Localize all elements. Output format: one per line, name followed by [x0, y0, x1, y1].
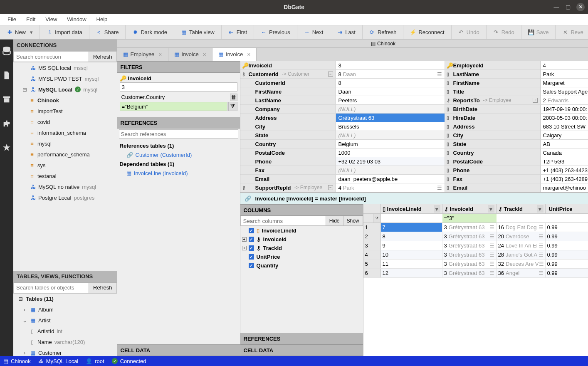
database-item[interactable]: ≡Chinook — [13, 95, 117, 106]
detail-value[interactable]: Park — [541, 70, 588, 78]
detail-row[interactable]: LastNamePeeters — [240, 96, 445, 105]
detail-value[interactable]: Belgium — [336, 140, 445, 148]
editor-tab[interactable]: ▦Invoice× — [212, 48, 257, 61]
detail-value[interactable]: 1947-09-19 00:00: — [541, 105, 588, 113]
detail-row[interactable]: ▯Fax+1 (403) 263-4289 — [445, 175, 588, 183]
undo-button[interactable]: ↶Undo — [452, 25, 487, 39]
objects-refresh-button[interactable]: Refresh — [89, 282, 117, 293]
grid-cell[interactable]: 24Love In An El☰ — [497, 241, 546, 250]
grid-cell[interactable]: 3Grétrystraat 63☰ — [442, 232, 497, 241]
detail-row[interactable]: ▯CityCalgary — [445, 131, 588, 140]
detail-row[interactable]: ⚷SupportRepId-> Employee−4Park☰ — [240, 183, 445, 192]
next-button[interactable]: →Next — [297, 25, 331, 39]
filter-funnel-icon[interactable]: ⧩ — [228, 102, 237, 111]
first-button[interactable]: ⇤First — [222, 25, 254, 39]
menu-icon[interactable]: ☰ — [489, 224, 494, 230]
database-item[interactable]: ≡mysql — [13, 138, 117, 149]
detail-row[interactable]: Company(NULL) — [240, 105, 445, 114]
redo-button[interactable]: ↷Redo — [487, 25, 521, 39]
expand-icon[interactable]: − — [328, 72, 333, 77]
checkbox-icon[interactable]: ✓ — [249, 254, 254, 260]
tables-root[interactable]: ⊟Tables (11) — [13, 294, 117, 304]
detail-row[interactable]: ▯TitleSales Support Age — [445, 87, 588, 96]
detail-row[interactable]: Fax(NULL) — [240, 166, 445, 175]
detail-row[interactable]: ▯Phone+1 (403) 263-4423 — [445, 166, 588, 175]
detail-value[interactable]: AB — [541, 140, 588, 148]
grid-cell[interactable]: 20Overdose☰ — [497, 232, 546, 241]
grid-cell[interactable]: 10 — [381, 250, 442, 259]
status-server[interactable]: 🖧MySQL Local — [38, 358, 79, 364]
reference-link-invoiceline[interactable]: ▦InvoiceLine (InvoiceId) — [120, 169, 237, 178]
grid-cell[interactable]: 9 — [381, 241, 442, 250]
database-item[interactable]: ≡covid — [13, 116, 117, 127]
detail-row[interactable]: State(NULL) — [240, 131, 445, 140]
grid-filter-cell[interactable]: ⧩ — [546, 214, 588, 223]
detail-row[interactable]: ▯Address683 10 Street SW — [445, 122, 588, 131]
menu-view[interactable]: View — [41, 15, 61, 24]
menu-edit[interactable]: Edit — [22, 15, 40, 24]
share-button[interactable]: <Share — [89, 25, 126, 39]
menu-icon[interactable]: ☰ — [489, 233, 494, 240]
detail-value[interactable]: Margaret — [541, 79, 588, 87]
reference-link-customer[interactable]: 🔗Customer (CustomerId) — [120, 151, 237, 159]
menu-icon[interactable]: ☰ — [539, 224, 544, 230]
connection-item[interactable]: 🖧Postgre Local postgres — [13, 192, 117, 203]
grid-cell[interactable]: 3Grétrystraat 63☰ — [442, 241, 497, 250]
detail-value[interactable]: Sales Support Age — [541, 87, 588, 96]
grid-cell[interactable]: 36Angel☰ — [497, 269, 546, 277]
detail-row[interactable]: CityBrussels — [240, 122, 445, 131]
database-item[interactable]: ≡information_schema — [13, 127, 117, 138]
grid-cell[interactable]: 0.99 — [546, 223, 588, 232]
menu-file[interactable]: File — [3, 15, 20, 24]
menu-icon[interactable]: ☰ — [539, 261, 544, 267]
grid-rownum[interactable]: 6 — [363, 269, 381, 277]
detail-value[interactable]: (NULL) — [336, 131, 445, 139]
filter-pk-input[interactable] — [120, 82, 237, 92]
previous-button[interactable]: ←Previous — [254, 25, 297, 39]
detail-value[interactable]: 4 — [541, 61, 588, 69]
table-item[interactable]: ›▦Album — [13, 304, 117, 315]
columns-show-button[interactable]: Show — [343, 216, 363, 226]
tab-close-icon[interactable]: × — [203, 51, 206, 58]
grid-rownum[interactable]: 5 — [363, 260, 381, 268]
detail-value[interactable]: 2Edwards — [541, 96, 588, 104]
grid-cell[interactable]: 0.99 — [546, 260, 588, 268]
import-button[interactable]: ⇩Import data — [40, 25, 89, 39]
references-search-input[interactable] — [119, 129, 238, 138]
revert-button[interactable]: ✕Reve — [556, 25, 588, 39]
grid-header[interactable]: ▯InvoiceLineId▾ — [381, 204, 442, 213]
grid-cell[interactable]: 0.99 — [546, 269, 588, 277]
iconbar-file-icon[interactable] — [0, 69, 13, 82]
menu-icon[interactable]: ☰ — [489, 252, 494, 258]
detail-row[interactable]: ▯PostalCodeT2P 5G3 — [445, 157, 588, 166]
collapse-icon[interactable]: ⊟ — [17, 296, 23, 302]
detail-row[interactable]: ▯StateAB — [445, 140, 588, 148]
menu-icon[interactable]: ☰ — [489, 270, 494, 276]
detail-value[interactable]: (NULL) — [336, 105, 445, 113]
detail-row[interactable]: ▯Emailmargaret@chinoo — [445, 183, 588, 192]
detail-value[interactable]: Daan — [336, 87, 445, 96]
menu-icon[interactable]: ☰ — [539, 242, 544, 249]
menu-icon[interactable]: ☰ — [539, 233, 544, 240]
grid-row[interactable]: 1 7 3Grétrystraat 63☰ 16Dog Eat Dog☰ 0.9… — [363, 223, 588, 232]
expand-icon[interactable]: ⊟ — [22, 87, 27, 93]
detail-row[interactable]: CountryBelgium — [240, 140, 445, 148]
detail-value[interactable]: (NULL) — [336, 166, 445, 174]
grid-header[interactable]: ⚷TrackId▾ — [497, 204, 546, 213]
menu-icon[interactable]: ☰ — [437, 185, 442, 191]
grid-filter-input[interactable] — [546, 214, 588, 223]
checkbox-icon[interactable]: ✓ — [249, 245, 254, 251]
status-user[interactable]: 👤root — [86, 358, 104, 364]
tab-close-icon[interactable]: × — [247, 51, 250, 58]
iconbar-archive-icon[interactable] — [0, 93, 13, 106]
database-item[interactable]: ≡performance_schema — [13, 149, 117, 160]
detail-row[interactable]: 🔑InvoiceId3 — [240, 61, 445, 70]
filter-extra-value[interactable]: ="Belgium" — [120, 102, 227, 111]
grid-cell[interactable]: 16Dog Eat Dog☰ — [497, 223, 546, 232]
detail-row[interactable]: PostalCode1000 — [240, 148, 445, 157]
grid-rownum[interactable]: 1 — [363, 223, 381, 232]
grid-row[interactable]: 4 10 3Grétrystraat 63☰ 28Janie's Got A☰ … — [363, 250, 588, 260]
status-db[interactable]: ▤Chinook — [3, 358, 31, 364]
column-item[interactable]: ▯ArtistId int — [13, 326, 117, 337]
expand-icon[interactable]: ⌄ — [22, 317, 27, 324]
